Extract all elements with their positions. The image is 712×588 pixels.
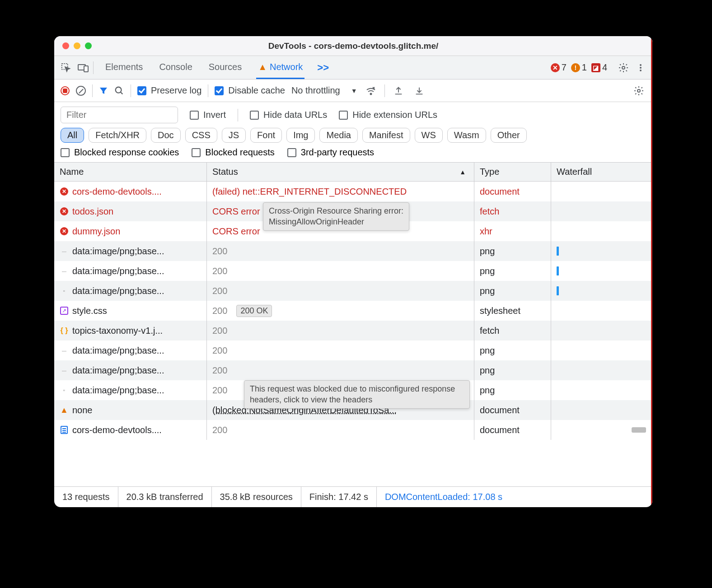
checkbox-icon <box>339 111 348 120</box>
separator <box>384 84 385 97</box>
svg-point-9 <box>370 93 371 94</box>
tab-elements[interactable]: Elements <box>103 56 145 79</box>
hide-extension-urls-checkbox[interactable]: Hide extension URLs <box>339 110 437 120</box>
text-file-icon: ▫ <box>63 387 65 393</box>
filter-chip-font[interactable]: Font <box>250 128 282 143</box>
cell-type: png <box>474 380 551 400</box>
table-row[interactable]: –data:image/png;base...200png <box>54 341 652 360</box>
network-table: Name Status▲ Type Waterfall ✕cors-demo-d… <box>54 162 652 486</box>
cell-name: { }topics-taxonomy-v1.j... <box>54 321 207 341</box>
titlebar: DevTools - cors-demo-devtools.glitch.me/ <box>54 36 652 56</box>
window-title: DevTools - cors-demo-devtools.glitch.me/ <box>54 41 652 51</box>
warning-icon: ▲ <box>60 406 68 415</box>
clear-button[interactable] <box>76 86 86 96</box>
network-conditions-icon[interactable] <box>364 84 378 98</box>
checkbox-icon <box>250 111 259 120</box>
table-row[interactable]: ↗style.css200200 OKstylesheet <box>54 301 652 321</box>
filter-chip-wasm[interactable]: Wasm <box>447 128 486 143</box>
css-file-icon: ↗ <box>60 307 68 315</box>
filter-chip-media[interactable]: Media <box>319 128 357 143</box>
filter-chip-js[interactable]: JS <box>222 128 246 143</box>
warning-count[interactable]: !1 <box>571 62 587 73</box>
issue-count[interactable]: ◪4 <box>591 62 607 73</box>
hide-data-urls-checkbox[interactable]: Hide data URLs <box>250 110 327 120</box>
svg-point-7 <box>116 87 122 93</box>
cell-name: –data:image/png;base... <box>54 360 207 380</box>
filter-chip-ws[interactable]: WS <box>415 128 443 143</box>
device-toolbar-icon[interactable] <box>76 61 90 75</box>
kebab-menu-icon[interactable] <box>633 61 648 75</box>
settings-icon[interactable] <box>616 61 631 75</box>
separator <box>92 84 93 97</box>
waterfall-bar <box>557 286 559 295</box>
table-row[interactable]: cors-demo-devtools....200document <box>54 420 652 440</box>
cell-name: ▫data:image/png;base... <box>54 380 207 400</box>
column-status[interactable]: Status▲ <box>207 163 474 181</box>
transferred-size: 20.3 kB transferred <box>118 487 212 507</box>
table-row[interactable]: –data:image/png;base...200png <box>54 261 652 281</box>
tab-network[interactable]: ▲ Network <box>256 56 304 79</box>
cell-status: (failed) net::ERR_INTERNET_DISCONNECTED <box>207 182 474 201</box>
svg-point-5 <box>640 67 642 69</box>
minimize-window-button[interactable] <box>74 42 80 49</box>
cell-waterfall <box>551 301 652 321</box>
inspect-element-icon[interactable] <box>59 61 73 75</box>
filter-chip-doc[interactable]: Doc <box>151 128 181 143</box>
preserve-log-checkbox[interactable]: Preserve log <box>137 85 201 96</box>
tab-sources[interactable]: Sources <box>207 56 244 79</box>
filter-chip-img[interactable]: Img <box>286 128 315 143</box>
disable-cache-checkbox[interactable]: Disable cache <box>215 85 285 96</box>
filter-chip-fetchxhr[interactable]: Fetch/XHR <box>89 128 146 143</box>
cell-waterfall <box>551 241 652 261</box>
table-row[interactable]: –data:image/png;base...200png <box>54 241 652 261</box>
cell-waterfall <box>551 400 652 420</box>
search-icon[interactable] <box>114 86 124 96</box>
domcontentloaded-time: DOMContentLoaded: 17.08 s <box>377 487 511 507</box>
invert-checkbox[interactable]: Invert <box>190 110 226 120</box>
filter-chip-css[interactable]: CSS <box>185 128 217 143</box>
filter-input[interactable] <box>61 107 178 123</box>
filter-chip-manifest[interactable]: Manifest <box>362 128 410 143</box>
column-name[interactable]: Name <box>54 163 207 181</box>
close-window-button[interactable] <box>62 42 69 49</box>
table-row[interactable]: ✕cors-demo-devtools....(failed) net::ERR… <box>54 182 652 201</box>
cell-status: 200200 OK <box>207 301 474 321</box>
table-row[interactable]: { }topics-taxonomy-v1.j...200fetch <box>54 321 652 341</box>
cell-status: 200 <box>207 321 474 341</box>
more-tabs-button[interactable]: >> <box>317 62 329 74</box>
svg-line-8 <box>121 92 123 94</box>
download-har-icon[interactable] <box>412 84 426 98</box>
record-button[interactable] <box>61 86 70 95</box>
chevron-down-icon: ▼ <box>351 87 357 94</box>
filter-chip-all[interactable]: All <box>61 128 84 143</box>
checkbox-icon <box>137 86 146 95</box>
document-icon <box>61 426 68 434</box>
finish-time: Finish: 17.42 s <box>301 487 377 507</box>
upload-har-icon[interactable] <box>391 84 406 98</box>
tab-console[interactable]: Console <box>157 56 194 79</box>
overview-marker <box>651 162 652 486</box>
js-file-icon: { } <box>61 327 68 335</box>
third-party-checkbox[interactable]: 3rd-party requests <box>287 147 374 158</box>
blocked-tooltip: This request was blocked due to misconfi… <box>244 380 470 409</box>
error-icon: ✕ <box>60 207 68 215</box>
checkbox-icon <box>190 111 199 120</box>
blocked-requests-checkbox[interactable]: Blocked requests <box>192 147 274 158</box>
cell-type: xhr <box>474 221 551 241</box>
filter-bar: Invert Hide data URLs Hide extension URL… <box>54 102 652 126</box>
svg-point-4 <box>640 64 642 66</box>
filter-icon[interactable] <box>99 86 108 95</box>
column-waterfall[interactable]: Waterfall <box>551 163 652 181</box>
table-row[interactable]: ▫data:image/png;base...200png <box>54 281 652 301</box>
cell-waterfall <box>551 380 652 400</box>
throttling-select[interactable]: No throttling▼ <box>291 85 357 96</box>
column-type[interactable]: Type <box>474 163 551 181</box>
table-row[interactable]: –data:image/png;base...200png <box>54 360 652 380</box>
generic-file-icon: – <box>62 266 66 276</box>
blocked-cookies-checkbox[interactable]: Blocked response cookies <box>61 147 179 158</box>
network-settings-icon[interactable] <box>632 84 646 98</box>
error-count[interactable]: ✕7 <box>551 62 567 73</box>
cell-type: fetch <box>474 321 551 341</box>
filter-chip-other[interactable]: Other <box>491 128 527 143</box>
maximize-window-button[interactable] <box>85 42 92 49</box>
